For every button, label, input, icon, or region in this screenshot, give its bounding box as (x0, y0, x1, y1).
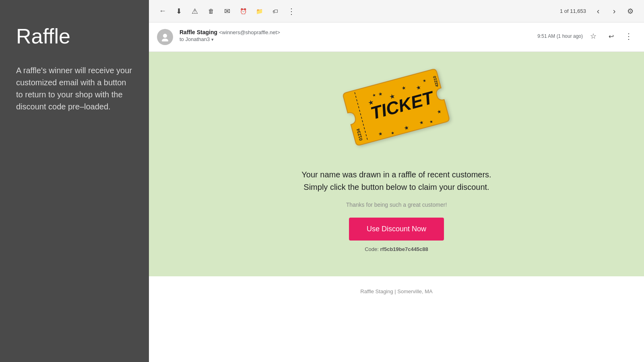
sidebar-description: A raffle's winner will receive your cust… (16, 64, 133, 113)
report-icon (192, 7, 198, 16)
next-email-button[interactable] (607, 4, 621, 19)
sidebar: Raffle A raffle's winner will receive yo… (0, 0, 149, 362)
sidebar-title: Raffle (16, 24, 133, 48)
prev-icon (597, 6, 600, 16)
tag-icon (272, 7, 278, 15)
email-message: Your name was drawn in a raffle of recen… (292, 169, 501, 193)
use-discount-button[interactable]: Use Discount Now (349, 218, 444, 241)
sender-name: Raffle Staging (180, 29, 217, 35)
mark-unread-button[interactable] (220, 4, 234, 19)
prev-email-button[interactable] (591, 4, 605, 19)
email-meta: Raffle Staging <winners@shopraffle.net> … (180, 29, 537, 42)
settings-icon (627, 7, 634, 16)
code-label: Code: (365, 246, 379, 252)
email-header: Raffle Staging <winners@shopraffle.net> … (149, 23, 644, 52)
clock-icon (240, 7, 247, 15)
recipient-label: to Jonathan3 (180, 36, 210, 42)
delete-button[interactable] (204, 4, 218, 19)
footer-text: Raffle Staging | Somerville, MA (360, 288, 432, 294)
archive-button[interactable] (171, 4, 186, 19)
back-button[interactable] (155, 4, 170, 19)
more-button[interactable] (284, 4, 299, 19)
report-button[interactable] (188, 4, 202, 19)
archive-icon (176, 7, 182, 16)
email-time: 9:51 AM (1 hour ago) (537, 33, 583, 39)
sender-email: <winners@shopraffle.net> (219, 29, 280, 35)
toolbar: 1 of 11,653 (149, 0, 644, 23)
settings-button[interactable] (623, 4, 638, 19)
email-more-icon (625, 31, 633, 41)
reply-button[interactable] (604, 29, 618, 43)
main-content: 1 of 11,653 Raffle Staging <winners@shop… (149, 0, 644, 362)
mail-icon (224, 7, 230, 16)
back-icon (159, 7, 166, 15)
email-to: to Jonathan3 (180, 36, 537, 42)
reply-icon (609, 32, 614, 41)
email-actions: 9:51 AM (1 hour ago) (537, 29, 636, 43)
label-button[interactable] (268, 4, 283, 19)
avatar (157, 29, 173, 45)
folder-icon (256, 7, 263, 15)
email-count: 1 of 11,653 (560, 8, 586, 14)
svg-point-1 (162, 39, 168, 41)
star-button[interactable] (586, 29, 601, 43)
more-icon (287, 6, 295, 16)
email-content: 01234 43210 TICKET ★ ★ ★ ★ ★ ★ ★ ★ ★ ★ (149, 52, 644, 276)
code-value: rf5cb19be7c445c88 (380, 246, 428, 252)
email-footer: Raffle Staging | Somerville, MA (149, 276, 644, 306)
next-icon (613, 6, 616, 16)
delete-icon (208, 7, 214, 15)
thanks-text: Thanks for being such a great customer! (346, 202, 447, 208)
snooze-button[interactable] (236, 4, 250, 19)
email-from: Raffle Staging <winners@shopraffle.net> (180, 29, 537, 35)
move-button[interactable] (252, 4, 266, 19)
svg-point-0 (163, 34, 167, 38)
email-body: 01234 43210 TICKET ★ ★ ★ ★ ★ ★ ★ ★ ★ ★ (149, 52, 644, 362)
recipient-chevron-icon[interactable] (211, 36, 214, 42)
star-icon (590, 32, 597, 41)
discount-code-line: Code: rf5cb19be7c445c88 (365, 246, 428, 252)
ticket-image: 01234 43210 TICKET ★ ★ ★ ★ ★ ★ ★ ★ ★ ★ (340, 68, 453, 156)
email-more-button[interactable] (621, 29, 636, 43)
